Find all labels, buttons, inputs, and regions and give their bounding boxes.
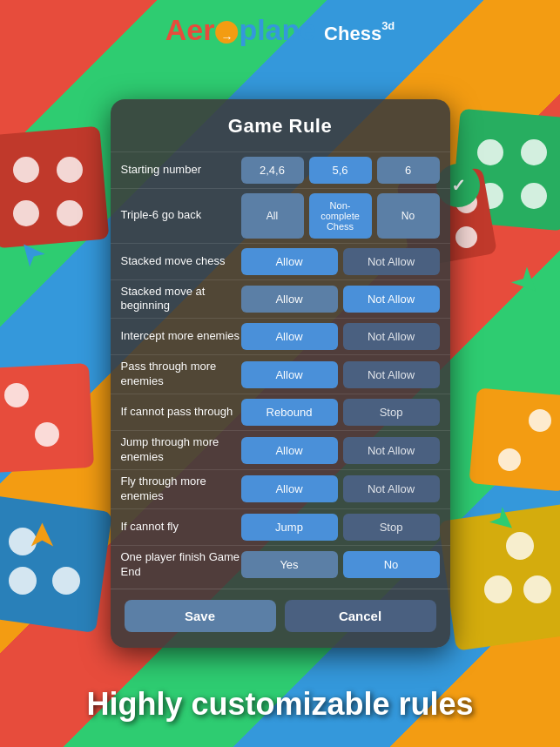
rule-options-jump: Allow Not Allow bbox=[241, 437, 440, 464]
one-player-no[interactable]: No bbox=[343, 551, 440, 578]
rule-label-fly: Fly through more enemies bbox=[121, 474, 241, 504]
cannot-pass-stop[interactable]: Stop bbox=[343, 399, 440, 426]
rule-label-stacked-move-chess: Stacked move chess bbox=[121, 254, 241, 269]
triple6-option-2[interactable]: No bbox=[377, 193, 440, 239]
starting-number-option-2[interactable]: 6 bbox=[377, 157, 440, 184]
rule-row-cannot-fly: If cannot fly Jump Stop bbox=[111, 508, 450, 545]
triple6-option-1[interactable]: Non-complete Chess bbox=[309, 193, 372, 239]
pass-notallow[interactable]: Not Allow bbox=[343, 361, 440, 388]
cannot-pass-rebound[interactable]: Rebound bbox=[241, 399, 338, 426]
rule-row-starting-number: Starting number 2,4,6 5,6 6 bbox=[111, 151, 450, 188]
rule-options-cannot-fly: Jump Stop bbox=[241, 514, 440, 541]
modal-overlay: Game Rule Starting number 2,4,6 5,6 6 Tr… bbox=[0, 0, 560, 747]
rule-row-stacked-move-chess: Stacked move chess Allow Not Allow bbox=[111, 243, 450, 279]
rule-row-cannot-pass: If cannot pass through Rebound Stop bbox=[111, 394, 450, 430]
rule-row-triple6: Triple-6 go back All Non-complete Chess … bbox=[111, 188, 450, 243]
stacked-beginning-notallow[interactable]: Not Allow bbox=[343, 286, 440, 313]
rule-options-stacked-beginning: Allow Not Allow bbox=[241, 286, 440, 313]
starting-number-option-0[interactable]: 2,4,6 bbox=[241, 157, 304, 184]
rule-row-stacked-beginning: Stacked move at beginning Allow Not Allo… bbox=[111, 279, 450, 319]
rule-options-intercept: Allow Not Allow bbox=[241, 323, 440, 350]
one-player-yes[interactable]: Yes bbox=[241, 551, 338, 578]
rule-options-cannot-pass: Rebound Stop bbox=[241, 399, 440, 426]
fly-allow[interactable]: Allow bbox=[241, 475, 338, 502]
cannot-fly-stop[interactable]: Stop bbox=[343, 514, 440, 541]
intercept-allow[interactable]: Allow bbox=[241, 323, 338, 350]
rule-row-jump: Jump through more enemies Allow Not Allo… bbox=[111, 430, 450, 469]
rule-options-one-player: Yes No bbox=[241, 551, 440, 578]
game-rule-modal: Game Rule Starting number 2,4,6 5,6 6 Tr… bbox=[111, 99, 450, 649]
triple6-option-0[interactable]: All bbox=[241, 193, 304, 239]
rule-row-one-player: One player finish Game End Yes No bbox=[111, 545, 450, 584]
rule-row-pass: Pass through more enemies Allow Not Allo… bbox=[111, 354, 450, 394]
rule-options-stacked-move-chess: Allow Not Allow bbox=[241, 248, 440, 275]
rule-row-intercept: Intercept more enemies Allow Not Allow bbox=[111, 318, 450, 354]
rule-label-intercept: Intercept more enemies bbox=[121, 329, 241, 344]
cannot-fly-jump[interactable]: Jump bbox=[241, 514, 338, 541]
rule-row-fly: Fly through more enemies Allow Not Allow bbox=[111, 469, 450, 508]
rule-label-cannot-pass: If cannot pass through bbox=[121, 405, 241, 420]
rule-options-pass: Allow Not Allow bbox=[241, 361, 440, 388]
modal-footer: Save Cancel bbox=[111, 589, 450, 636]
jump-notallow[interactable]: Not Allow bbox=[343, 437, 440, 464]
rule-label-stacked-beginning: Stacked move at beginning bbox=[121, 285, 241, 314]
save-button[interactable]: Save bbox=[125, 600, 276, 632]
rule-label-cannot-fly: If cannot fly bbox=[121, 520, 241, 535]
rule-label-triple6: Triple-6 go back bbox=[121, 208, 241, 223]
starting-number-option-1[interactable]: 5,6 bbox=[309, 157, 372, 184]
rule-options-triple6: All Non-complete Chess No bbox=[241, 193, 440, 239]
rule-options-starting-number: 2,4,6 5,6 6 bbox=[241, 157, 440, 184]
stacked-chess-notallow[interactable]: Not Allow bbox=[343, 248, 440, 275]
modal-title: Game Rule bbox=[111, 115, 450, 138]
rule-options-fly: Allow Not Allow bbox=[241, 475, 440, 502]
intercept-notallow[interactable]: Not Allow bbox=[343, 323, 440, 350]
stacked-chess-allow[interactable]: Allow bbox=[241, 248, 338, 275]
rule-label-jump: Jump through more enemies bbox=[121, 435, 241, 465]
fly-notallow[interactable]: Not Allow bbox=[343, 475, 440, 502]
rule-label-one-player: One player finish Game End bbox=[121, 550, 241, 580]
jump-allow[interactable]: Allow bbox=[241, 437, 338, 464]
cancel-button[interactable]: Cancel bbox=[285, 600, 436, 632]
rule-label-pass: Pass through more enemies bbox=[121, 360, 241, 389]
stacked-beginning-allow[interactable]: Allow bbox=[241, 286, 338, 313]
rule-label-starting-number: Starting number bbox=[121, 163, 241, 178]
pass-allow[interactable]: Allow bbox=[241, 361, 338, 388]
